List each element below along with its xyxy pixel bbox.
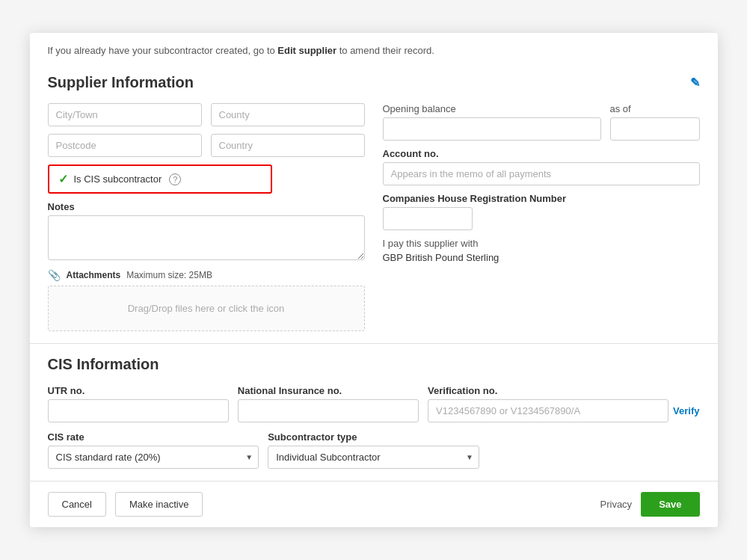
companies-house-wrapper: Companies House Registration Number <box>383 193 700 230</box>
modal-container: If you already have your subcontractor c… <box>30 33 718 527</box>
cis-checkbox-row[interactable]: ✓ Is CIS subcontractor ? <box>48 164 272 194</box>
utr-field: UTR no. 123456790 <box>48 385 229 422</box>
pay-currency-value: GBP British Pound Sterling <box>383 252 700 263</box>
postcode-country-row <box>48 134 365 157</box>
verification-wrapper: Verification no. Verify <box>428 385 699 422</box>
subcontractor-type-label: Subcontractor type <box>268 431 479 443</box>
attachment-clip-icon: 📎 <box>48 269 61 281</box>
national-insurance-label: National Insurance no. <box>238 385 419 396</box>
subcontractor-type-select[interactable]: Individual Subcontractor Company Subcont… <box>268 446 479 469</box>
cis-empty-col <box>488 431 700 469</box>
verification-label: Verification no. <box>428 385 668 396</box>
county-input[interactable] <box>211 103 365 126</box>
attachments-row: 📎 Attachments Maximum size: 25MB <box>48 269 365 281</box>
as-of-col: as of 09/12/2016 <box>610 103 700 141</box>
verify-link[interactable]: Verify <box>673 405 699 422</box>
as-of-label: as of <box>610 103 700 114</box>
city-county-row <box>48 103 365 126</box>
top-notice-text: If you already have your subcontractor c… <box>48 45 278 56</box>
cis-section-heading: CIS Information <box>48 356 159 373</box>
national-insurance-field: National Insurance no. <box>238 385 419 422</box>
pay-supplier-wrapper: I pay this supplier with GBP British Pou… <box>383 238 700 263</box>
edit-icon[interactable]: ✎ <box>690 76 700 90</box>
postcode-col <box>48 134 202 157</box>
cis-rate-select[interactable]: CIS standard rate (20%) CIS higher rate … <box>48 446 259 469</box>
city-col <box>48 103 202 126</box>
country-input[interactable] <box>211 134 365 157</box>
top-notice-suffix: to amend their record. <box>336 45 434 56</box>
attachments-label: Attachments <box>67 270 121 280</box>
utr-input[interactable]: 123456790 <box>48 399 229 422</box>
make-inactive-button[interactable]: Make inactive <box>115 492 203 517</box>
notes-textarea[interactable] <box>48 215 365 260</box>
national-insurance-input[interactable] <box>238 399 419 422</box>
subcontractor-type-field: Subcontractor type Individual Subcontrac… <box>268 431 479 469</box>
supplier-right-col: Opening balance as of 09/12/2016 Account… <box>383 103 700 331</box>
postcode-input[interactable] <box>48 134 202 157</box>
notes-label: Notes <box>48 201 365 212</box>
supplier-section-heading: Supplier Information <box>48 74 194 91</box>
edit-supplier-link[interactable]: Edit supplier <box>277 45 336 56</box>
dropzone-text: Drag/Drop files here or click the icon <box>128 303 285 314</box>
supplier-two-col-form: ✓ Is CIS subcontractor ? Notes 📎 Attachm… <box>48 103 700 331</box>
dropzone[interactable]: Drag/Drop files here or click the icon <box>48 286 365 331</box>
cancel-button[interactable]: Cancel <box>48 492 106 517</box>
cis-dropdowns-row: CIS rate CIS standard rate (20%) CIS hig… <box>48 431 700 469</box>
utr-label: UTR no. <box>48 385 229 396</box>
subcontractor-type-select-wrapper: Individual Subcontractor Company Subcont… <box>268 446 479 469</box>
cis-checkmark-icon: ✓ <box>58 172 68 186</box>
companies-house-label: Companies House Registration Number <box>383 193 700 204</box>
county-col <box>211 103 365 126</box>
section-title-supplier: Supplier Information ✎ <box>48 74 700 91</box>
opening-balance-col: Opening balance <box>383 103 601 141</box>
scrollable-content: Supplier Information ✎ <box>30 62 718 481</box>
country-col <box>211 134 365 157</box>
account-no-wrapper: Account no. <box>383 148 700 185</box>
pay-supplier-label: I pay this supplier with <box>383 238 700 249</box>
privacy-link[interactable]: Privacy <box>600 499 633 510</box>
cis-rate-field: CIS rate CIS standard rate (20%) CIS hig… <box>48 431 259 469</box>
cis-rate-select-wrapper: CIS standard rate (20%) CIS higher rate … <box>48 446 259 469</box>
save-button[interactable]: Save <box>641 492 699 517</box>
supplier-information-section: Supplier Information ✎ <box>30 62 718 343</box>
cis-information-section: CIS Information UTR no. 123456790 Nation… <box>30 343 718 481</box>
cis-help-icon[interactable]: ? <box>169 173 181 185</box>
opening-balance-input[interactable] <box>383 117 601 141</box>
verification-input-col: Verification no. <box>428 385 668 422</box>
top-notice: If you already have your subcontractor c… <box>30 33 718 62</box>
section-title-cis: CIS Information <box>48 356 700 373</box>
supplier-left-col: ✓ Is CIS subcontractor ? Notes 📎 Attachm… <box>48 103 365 331</box>
attachments-max-size: Maximum size: 25MB <box>126 270 212 280</box>
footer-bar: Cancel Make inactive Privacy Save <box>30 481 718 527</box>
account-no-input[interactable] <box>383 162 700 185</box>
cis-fields-row: UTR no. 123456790 National Insurance no.… <box>48 385 700 422</box>
city-input[interactable] <box>48 103 202 126</box>
notes-wrapper: Notes <box>48 201 365 263</box>
cis-checkbox-label: Is CIS subcontractor <box>74 173 162 185</box>
opening-balance-row: Opening balance as of 09/12/2016 <box>383 103 700 141</box>
cis-rate-label: CIS rate <box>48 431 259 443</box>
opening-balance-label: Opening balance <box>383 103 601 114</box>
verification-input[interactable] <box>428 399 668 422</box>
companies-house-input[interactable] <box>383 207 473 230</box>
as-of-input[interactable]: 09/12/2016 <box>610 117 700 141</box>
account-no-label: Account no. <box>383 148 700 159</box>
